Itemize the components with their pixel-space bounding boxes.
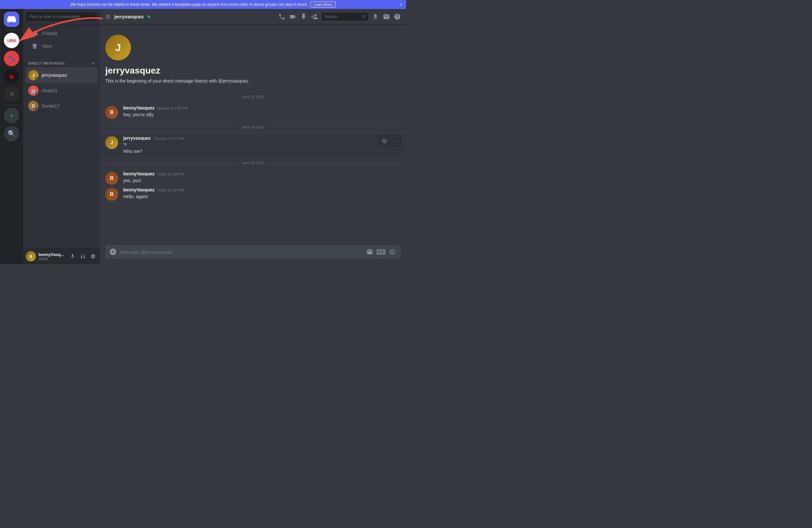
message-group-msg3: B bennyVasquez Today at 2:20 PM yes, you… [100,170,406,186]
dm-list: J jerryvasquez 🤖 chula31 D Daniel17 [23,68,100,248]
msg-header-1: bennyVasquez Monday at 7:56 PM [123,105,401,111]
user-settings-button[interactable] [89,252,98,261]
attach-file-button[interactable] [109,248,117,256]
msg-text-1: hey, you're silly. [123,112,401,118]
user-panel: B bennyVasq... #8491 [23,248,100,264]
online-status-dot [148,15,150,18]
server-icon-x-label: ✕ [9,90,14,99]
msg-content-4: bennyVasquez Today at 3:24 PM Hello, aga… [123,187,401,201]
header-search-input[interactable] [324,14,359,19]
message-group-msg2: J jerryvasquez Tuesday at 9:31 AM ?! Who… [100,134,406,156]
announcement-banner: We hope Discord can be helpful in these … [0,0,406,9]
dm-section-title: DIRECT MESSAGES [28,61,65,65]
dm-item-jerryvasquez[interactable]: J jerryvasquez [26,68,98,83]
message-input-box: GIF [105,245,401,259]
user-panel-name: bennyVasq... [39,252,66,257]
msg-content-1: bennyVasquez Monday at 7:56 PM hey, you'… [123,105,401,119]
dm-name-daniel17: Daniel17 [42,103,59,109]
dm-avatar-chula31: 🤖 [28,85,39,96]
message-actions-2: ··· [378,135,401,146]
pin-button[interactable] [300,13,307,20]
header-search-box[interactable] [322,13,368,20]
more-options-button[interactable]: ··· [390,137,399,145]
emoji-button[interactable] [387,247,397,257]
inbox-button[interactable] [383,13,390,20]
nav-item-friends[interactable]: Friends [26,27,98,40]
message-input[interactable] [119,246,362,258]
msg-header-4: bennyVasquez Today at 3:24 PM [123,187,401,192]
message-input-area: GIF [100,245,406,264]
find-conversation-bar[interactable]: Find or start a conversation [26,12,97,21]
server-icon-x[interactable]: ✕ [4,87,19,102]
server-icon-paw-label: 🐾 [8,55,16,62]
date-label-apr13: April 13, 2020 [238,95,268,99]
msg-header-3: bennyVasquez Today at 2:20 PM [123,171,401,176]
msg-author-3: bennyVasquez [123,171,154,176]
add-reaction-button[interactable] [380,137,389,145]
status-online-indicator [35,77,39,80]
at-symbol: @ [105,14,111,19]
msg-text-2: ?! Who me? [123,142,401,155]
channel-nav: Friends Nitro [23,25,100,55]
deafen-button[interactable] [78,252,87,261]
mute-button[interactable] [68,252,77,261]
msg-avatar-benny: B [105,106,118,119]
dm-item-chula31[interactable]: 🤖 chula31 [26,83,98,98]
server-divider [6,30,17,30]
date-label-apr18: April 18, 2020 [238,161,268,165]
date-separator-apr13: April 13, 2020 [100,92,406,101]
chat-header: @ jerryvasquez [100,9,406,25]
dm-start-header: J jerryvasquez This is the beginning of … [100,30,406,90]
dm-name-jerryvasquez: jerryvasquez [42,73,67,78]
explore-servers-button[interactable]: 🔍 [4,126,19,141]
add-server-button[interactable]: + [4,108,19,123]
channel-sidebar: Find or start a conversation Friends [23,9,100,264]
banner-close-button[interactable]: × [400,2,402,7]
nav-item-nitro[interactable]: Nitro [26,40,98,53]
dm-avatar-jerryvasquez: J [28,70,39,80]
find-conversation-container: Find or start a conversation [23,9,100,25]
msg-author-4: bennyVasquez [123,187,154,192]
learn-more-button[interactable]: Learn More [310,2,335,8]
friends-icon [31,30,39,37]
gif-button[interactable]: GIF [376,249,386,255]
msg-author-2: jerryvasquez [123,135,151,141]
status-offline-indicator-chula [35,92,39,96]
video-call-button[interactable] [289,13,296,20]
msg-text-4: Hello, again! [123,194,401,200]
msg-timestamp-1: Monday at 7:56 PM [157,106,187,110]
dm-start-desc: This is the beginning of your direct mes… [105,79,401,84]
date-label-apr14: April 14, 2020 [238,125,268,129]
chat-header-username: jerryvasquez [114,14,144,19]
server-icon-urm[interactable]: URM [4,33,19,48]
msg-timestamp-2: Tuesday at 9:31 AM [154,137,185,140]
help-button[interactable] [394,13,401,20]
msg-timestamp-4: Today at 3:24 PM [157,188,185,192]
msg-author-1: bennyVasquez [123,105,154,111]
dm-section-header: DIRECT MESSAGES + [23,55,100,68]
server-icon-home[interactable] [4,12,19,27]
call-button[interactable] [278,13,285,20]
msg-avatar-benny-2: B [105,172,118,185]
server-sidebar: URM 🐾 ● ✕ + 🔍 [0,9,23,264]
server-divider-2 [6,105,17,105]
add-server-icon: + [9,111,14,120]
dm-item-daniel17[interactable]: D Daniel17 [26,98,98,114]
app-container: URM 🐾 ● ✕ + 🔍 Find or start a conversati… [0,9,406,264]
msg-avatar-jerry: J [105,136,118,149]
explore-icon: 🔍 [8,130,16,138]
server-icon-paw[interactable]: 🐾 [4,51,19,66]
messages-area[interactable]: J jerryvasquez This is the beginning of … [100,25,406,245]
dm-name-chula31: chula31 [42,88,57,93]
status-offline-indicator-daniel [35,108,39,111]
server-icon-dark[interactable]: ● [4,69,19,84]
announcement-text: We hope Discord can be helpful in these … [70,2,308,7]
dm-add-button[interactable]: + [91,60,95,66]
dm-start-avatar: J [105,35,131,60]
server-icon-dark-label: ● [9,71,14,82]
msg-avatar-benny-3: B [105,188,118,201]
add-friend-button[interactable] [311,13,318,20]
user-panel-tag: #8491 [39,257,66,261]
download-button[interactable] [372,13,379,20]
gift-button[interactable] [365,247,375,257]
